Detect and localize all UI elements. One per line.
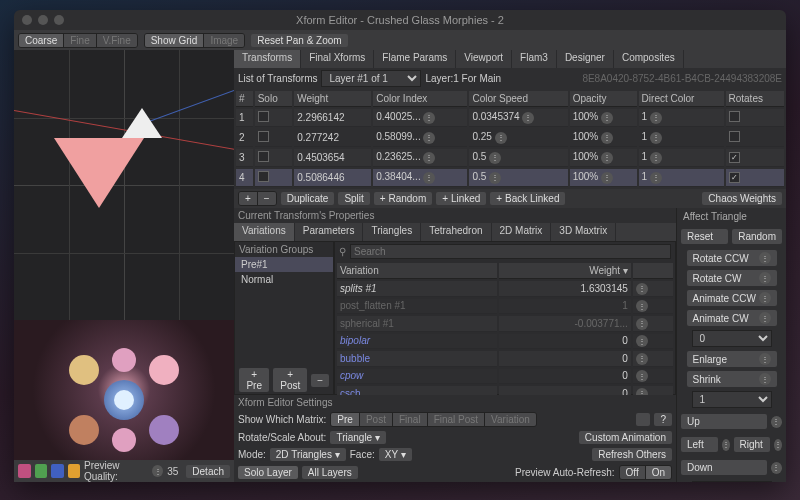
variation-group-item[interactable]: Normal: [235, 272, 333, 287]
tab-viewport[interactable]: Viewport: [456, 50, 512, 68]
add-back-linked-button[interactable]: + Back Linked: [490, 192, 565, 205]
color-icon[interactable]: [18, 464, 31, 478]
matrix-variation-button[interactable]: Variation: [485, 413, 536, 426]
preview-footer: Preview Quality: ⋮ 35 Detach: [14, 460, 234, 482]
prop-tab-3d-maxtrix[interactable]: 3D Maxtrix: [551, 223, 616, 241]
prop-tab-triangles[interactable]: Triangles: [363, 223, 421, 241]
color-icon[interactable]: [35, 464, 48, 478]
shrink-button[interactable]: Shrink⋮: [687, 371, 777, 387]
triangle-viewport[interactable]: [14, 50, 234, 320]
search-input[interactable]: [350, 244, 671, 259]
left-button[interactable]: Left: [681, 437, 718, 452]
xform-triangle[interactable]: [142, 108, 162, 138]
animate-ccw-button[interactable]: Animate CCW⋮: [687, 290, 777, 306]
coarse-button[interactable]: Coarse: [19, 34, 64, 47]
animate-cw-button[interactable]: Animate CW⋮: [687, 310, 777, 326]
prop-tab-tetrahedron[interactable]: Tetrahedron: [421, 223, 491, 241]
move-select[interactable]: 0: [692, 481, 772, 482]
tab-flam3[interactable]: Flam3: [512, 50, 557, 68]
enlarge-button[interactable]: Enlarge⋮: [687, 351, 777, 367]
left-column: Preview Quality: ⋮ 35 Detach: [14, 50, 234, 482]
down-button[interactable]: Down: [681, 460, 767, 475]
matrix-final-button[interactable]: Final: [393, 413, 428, 426]
add-xform-button[interactable]: +: [239, 192, 258, 205]
duplicate-button[interactable]: Duplicate: [281, 192, 335, 205]
table-row[interactable]: 12.29661420.40025... ⋮0.0345374 ⋮100% ⋮1…: [236, 109, 784, 127]
xform-editor-window: Xform Editor - Crushed Glass Morphies - …: [14, 10, 786, 482]
reset-button[interactable]: Reset: [681, 229, 728, 244]
chaos-weights-button[interactable]: Chaos Weights: [702, 192, 782, 205]
stepper-icon[interactable]: ⋮: [152, 465, 163, 477]
star-icon[interactable]: [68, 464, 81, 478]
transforms-table[interactable]: #SoloWeightColor IndexColor SpeedOpacity…: [234, 89, 786, 189]
table-row[interactable]: 40.50864460.38404... ⋮0.5 ⋮100% ⋮1 ⋮: [236, 169, 784, 187]
matrix-post-button[interactable]: Post: [360, 413, 393, 426]
rotate-cw-button[interactable]: Rotate CW⋮: [687, 270, 777, 286]
xform-triangle-selected[interactable]: [54, 138, 144, 208]
custom-animation-button[interactable]: Custom Animation: [579, 431, 672, 444]
angle-select[interactable]: 0: [692, 330, 772, 347]
remove-var-button[interactable]: −: [311, 374, 329, 387]
main-tabs: TransformsFinal XformsFlame ParamsViewpo…: [234, 50, 786, 68]
add-post-button[interactable]: + Post: [273, 368, 307, 392]
tab-composites[interactable]: Composites: [614, 50, 684, 68]
prop-tab-2d-matrix[interactable]: 2D Matrix: [492, 223, 552, 241]
right-button[interactable]: Right: [734, 437, 771, 452]
col-header: Color Index: [373, 91, 467, 107]
image-button[interactable]: Image: [204, 34, 244, 47]
variation-row[interactable]: spherical #1-0.003771...⋮: [337, 316, 673, 332]
fine-button[interactable]: Fine: [64, 34, 96, 47]
vfine-button[interactable]: V.Fine: [97, 34, 137, 47]
prop-tab-parameters[interactable]: Parameters: [295, 223, 364, 241]
add-linked-button[interactable]: + Linked: [436, 192, 486, 205]
tab-designer[interactable]: Designer: [557, 50, 614, 68]
property-tabs: VariationsParametersTrianglesTetrahedron…: [234, 223, 676, 241]
variation-row[interactable]: csch0⋮: [337, 386, 673, 395]
random-button[interactable]: Random: [732, 229, 782, 244]
remove-xform-button[interactable]: −: [258, 192, 276, 205]
up-button[interactable]: Up: [681, 414, 767, 429]
rotate-about-select[interactable]: Triangle ▾: [330, 431, 386, 444]
variation-row[interactable]: cpow0⋮: [337, 369, 673, 385]
autorefresh-off[interactable]: Off: [620, 466, 646, 479]
tab-final-xforms[interactable]: Final Xforms: [301, 50, 374, 68]
show-grid-button[interactable]: Show Grid: [145, 34, 205, 47]
autorefresh-on[interactable]: On: [646, 466, 671, 479]
variation-row[interactable]: bipolar0⋮: [337, 334, 673, 350]
help-button[interactable]: [636, 413, 651, 426]
mode-select[interactable]: 2D Triangles ▾: [270, 448, 346, 461]
table-row[interactable]: 30.45036540.23625... ⋮0.5 ⋮100% ⋮1 ⋮: [236, 149, 784, 167]
tab-flame-params[interactable]: Flame Params: [374, 50, 456, 68]
variation-group-item[interactable]: Pre#1: [235, 257, 333, 272]
xform-triangle[interactable]: [122, 108, 142, 138]
scale-select[interactable]: 1: [692, 391, 772, 408]
variation-row[interactable]: post_flatten #11⋮: [337, 299, 673, 315]
all-layers-button[interactable]: All Layers: [302, 466, 358, 479]
prop-tab-variations[interactable]: Variations: [234, 223, 295, 241]
zoom-icon[interactable]: [54, 15, 64, 25]
matrix-pre-button[interactable]: Pre: [331, 413, 360, 426]
add-random-button[interactable]: + Random: [374, 192, 432, 205]
face-select[interactable]: XY ▾: [379, 448, 412, 461]
add-pre-button[interactable]: + Pre: [239, 368, 269, 392]
rotate-ccw-button[interactable]: Rotate CCW⋮: [687, 250, 777, 266]
close-icon[interactable]: [22, 15, 32, 25]
tab-transforms[interactable]: Transforms: [234, 50, 301, 68]
refresh-others-button[interactable]: Refresh Others: [592, 448, 672, 461]
split-button[interactable]: Split: [338, 192, 369, 205]
flame-uuid: 8E8A0420-8752-4B61-B4CB-24494383208E: [582, 73, 782, 84]
color-icon[interactable]: [51, 464, 64, 478]
stepper-icon[interactable]: ⋮: [771, 416, 782, 428]
layer-select[interactable]: Layer #1 of 1: [321, 70, 421, 87]
variations-table[interactable]: VariationWeight ▾splits #11.6303145⋮post…: [335, 261, 675, 395]
help-icon[interactable]: ?: [654, 413, 672, 426]
variation-row[interactable]: bubble0⋮: [337, 351, 673, 367]
variation-groups-label: Variation Groups: [235, 242, 333, 257]
minimize-icon[interactable]: [38, 15, 48, 25]
reset-pan-zoom-button[interactable]: Reset Pan & Zoom: [251, 34, 347, 47]
solo-layer-button[interactable]: Solo Layer: [238, 466, 298, 479]
table-row[interactable]: 20.2772420.58099... ⋮0.25 ⋮100% ⋮1 ⋮: [236, 129, 784, 147]
variation-row[interactable]: splits #11.6303145⋮: [337, 281, 673, 297]
detach-button[interactable]: Detach: [186, 465, 230, 478]
matrix-final-post-button[interactable]: Final Post: [428, 413, 485, 426]
